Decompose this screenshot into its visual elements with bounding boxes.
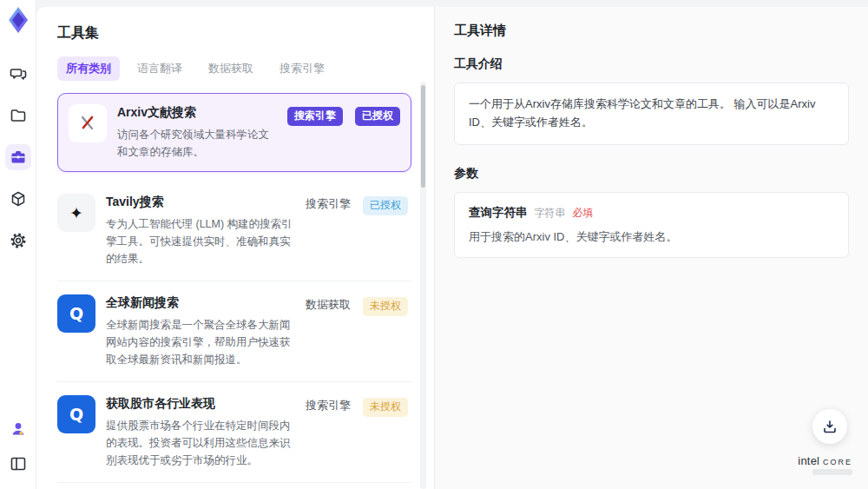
list-scrollbar[interactable]	[420, 82, 426, 489]
param-type: 字符串	[535, 206, 566, 221]
tavily-sparkle-icon: ✦	[57, 194, 95, 232]
folder-icon	[10, 107, 27, 124]
category-tabs: 所有类别 语言翻译 数据获取 搜索引擎	[57, 56, 434, 81]
download-icon	[822, 419, 838, 434]
tool-body: 全球新闻搜索 全球新闻搜索是一个聚合全球各大新闻网站内容的搜索引擎，帮助用户快速…	[106, 294, 295, 368]
tool-desc: 专为人工智能代理 (LLM) 构建的搜索引擎工具。可快速提供实时、准确和真实的结…	[106, 215, 295, 268]
tab-search-engine[interactable]: 搜索引擎	[271, 56, 333, 81]
param-header: 查询字符串 字符串 必填	[469, 205, 834, 221]
category-label: 数据获取	[306, 297, 351, 313]
sidebar-item-chat[interactable]	[5, 61, 31, 87]
sidebar-item-files[interactable]	[5, 102, 31, 129]
tool-meta: 数据获取 未授权	[306, 294, 408, 368]
intel-logo-sub-mark	[812, 469, 852, 475]
avatar-icon	[10, 420, 27, 438]
tab-all-categories[interactable]: 所有类别	[57, 56, 120, 81]
toolset-panel: 工具集 所有类别 语言翻译 数据获取 搜索引擎 A	[36, 7, 434, 489]
param-required-badge: 必填	[573, 206, 594, 221]
category-label: 搜索引擎	[306, 196, 351, 212]
intel-core-logo: intel core	[798, 454, 852, 475]
param-card: 查询字符串 字符串 必填 用于搜索的Arxiv ID、关键字或作者姓名。	[454, 192, 849, 258]
toolbox-icon	[10, 149, 27, 166]
status-badge: 未授权	[363, 297, 408, 316]
status-badge: 已授权	[363, 196, 408, 215]
sidebar-item-account[interactable]	[5, 416, 31, 442]
scrollbar-thumb[interactable]	[421, 85, 425, 188]
arxiv-icon	[69, 104, 107, 142]
sidebar-item-toolset[interactable]	[5, 144, 31, 170]
detail-title: 工具详情	[454, 23, 849, 39]
main-area: 工具集 所有类别 语言翻译 数据获取 搜索引擎 A	[36, 0, 868, 489]
sidebar-item-packages[interactable]	[5, 186, 31, 212]
tool-desc: 提供股票市场各个行业在特定时间段内的表现。投资者可以利用这些信息来识别表现优于或…	[106, 417, 295, 469]
page-title: 工具集	[57, 24, 434, 43]
tool-row-stock-active[interactable]: Q 获取市场最活跃股票信息 提供当天交易量最高的股票列表，投资者可以利用这些信息…	[57, 483, 411, 489]
intro-card: 一个用于从Arxiv存储库搜索科学论文和文章的工具。 输入可以是Arxiv ID…	[454, 83, 849, 145]
global-news-icon: Q	[57, 294, 95, 333]
brand-core: core	[823, 454, 852, 467]
param-name: 查询字符串	[469, 205, 528, 221]
settings-gear-icon	[10, 232, 27, 249]
tool-name: 全球新闻搜索	[106, 295, 295, 311]
app-root: 工具集 所有类别 语言翻译 数据获取 搜索引擎 A	[0, 0, 868, 489]
tool-row-global-news[interactable]: Q 全球新闻搜索 全球新闻搜索是一个聚合全球各大新闻网站内容的搜索引擎，帮助用户…	[57, 281, 411, 382]
tool-body: 获取股市各行业表现 提供股票市场各个行业在特定时间段内的表现。投资者可以利用这些…	[106, 395, 295, 469]
logo-gem-icon	[5, 5, 31, 35]
sidebar-item-settings[interactable]	[5, 228, 31, 254]
tool-desc: 全球新闻搜索是一个聚合全球各大新闻网站内容的搜索引擎，帮助用户快速获取全球最新资…	[106, 316, 295, 368]
tool-row-arxiv[interactable]: Arxiv文献搜索 访问各个研究领域大量科学论文和文章的存储库。 搜索引擎 已授…	[57, 93, 411, 172]
tool-meta: 搜索引擎 已授权	[287, 104, 400, 161]
sidebar-item-collapse[interactable]	[5, 451, 31, 477]
tool-meta: 搜索引擎 已授权	[306, 194, 408, 268]
tool-name: Arxiv文献搜索	[117, 105, 277, 121]
tool-list: Arxiv文献搜索 访问各个研究领域大量科学论文和文章的存储库。 搜索引擎 已授…	[57, 93, 434, 489]
icon-sidebar	[0, 0, 36, 489]
tool-desc: 访问各个研究领域大量科学论文和文章的存储库。	[117, 126, 277, 161]
tool-name: Tavily搜索	[106, 195, 295, 210]
tool-meta: 搜索引擎 未授权	[306, 395, 408, 469]
param-desc: 用于搜索的Arxiv ID、关键字或作者姓名。	[469, 229, 834, 245]
status-badge: 已授权	[355, 107, 400, 126]
tab-language-translation[interactable]: 语言翻译	[128, 56, 191, 81]
brand-intel: intel	[798, 454, 819, 467]
chat-icon	[10, 65, 27, 83]
tool-row-stock-sector[interactable]: Q 获取股市各行业表现 提供股票市场各个行业在特定时间段内的表现。投资者可以利用…	[57, 382, 411, 483]
tool-name: 获取股市各行业表现	[106, 396, 295, 412]
tool-body: Tavily搜索 专为人工智能代理 (LLM) 构建的搜索引擎工具。可快速提供实…	[106, 194, 295, 268]
tab-data-fetch[interactable]: 数据获取	[200, 56, 262, 81]
tool-detail-panel: 工具详情 工具介绍 一个用于从Arxiv存储库搜索科学论文和文章的工具。 输入可…	[434, 7, 868, 489]
panel-layout-icon	[10, 455, 27, 472]
category-badge: 搜索引擎	[287, 107, 343, 126]
tool-body: Arxiv文献搜索 访问各个研究领域大量科学论文和文章的存储库。	[117, 104, 277, 161]
tool-row-tavily[interactable]: ✦ Tavily搜索 专为人工智能代理 (LLM) 构建的搜索引擎工具。可快速提…	[57, 181, 411, 281]
params-heading: 参数	[454, 166, 849, 182]
category-label: 搜索引擎	[306, 398, 351, 413]
status-badge: 未授权	[363, 398, 408, 417]
download-button[interactable]	[812, 409, 847, 444]
stock-sector-icon: Q	[57, 395, 95, 433]
cube-icon	[10, 190, 27, 208]
intro-heading: 工具介绍	[454, 56, 849, 72]
